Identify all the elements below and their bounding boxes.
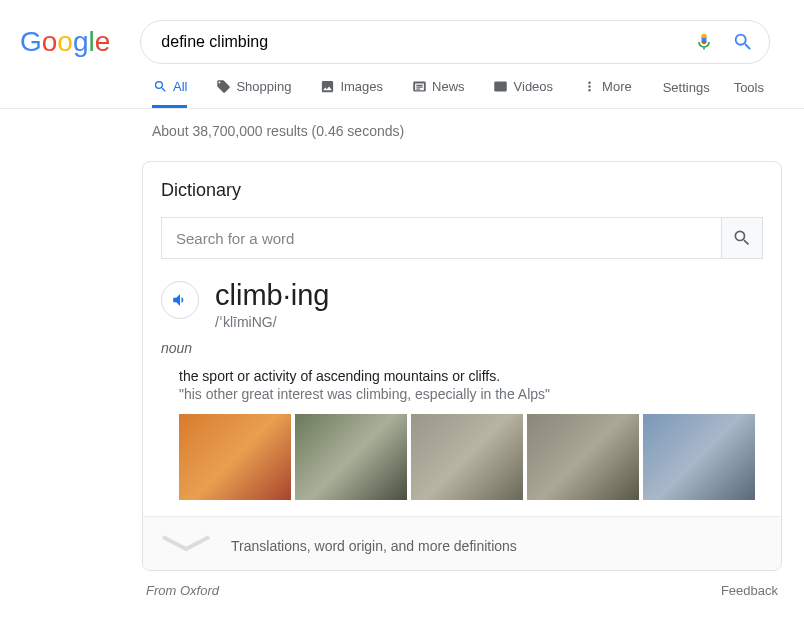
feedback-link[interactable]: Feedback <box>721 583 778 598</box>
result-stats: About 38,700,000 results (0.46 seconds) <box>0 109 804 139</box>
dictionary-card: Dictionary climb·ing /ˈklīmiNG/ noun the… <box>142 161 782 571</box>
pronunciation: /ˈklīmiNG/ <box>215 314 329 330</box>
definition: the sport or activity of ascending mount… <box>179 368 763 384</box>
search-icon <box>152 78 168 94</box>
source-link[interactable]: From Oxford <box>146 583 219 598</box>
tab-images[interactable]: Images <box>319 78 383 108</box>
search-bar <box>140 20 770 64</box>
search-icon[interactable] <box>732 31 754 53</box>
news-icon <box>411 78 427 94</box>
speaker-icon <box>171 291 189 309</box>
part-of-speech: noun <box>143 330 781 368</box>
tab-label: News <box>432 79 465 94</box>
tools-link[interactable]: Tools <box>734 80 764 95</box>
thumbnail[interactable] <box>527 414 639 500</box>
google-logo[interactable]: Google <box>20 26 110 58</box>
tab-videos[interactable]: Videos <box>493 78 554 108</box>
headword: climb·ing <box>215 279 329 312</box>
tag-icon <box>215 78 231 94</box>
expand-more[interactable]: Translations, word origin, and more defi… <box>143 516 781 570</box>
thumbnail[interactable] <box>179 414 291 500</box>
thumbnail[interactable] <box>295 414 407 500</box>
settings-link[interactable]: Settings <box>663 80 710 95</box>
search-input[interactable] <box>156 33 694 51</box>
tab-all[interactable]: All <box>152 78 187 108</box>
pronounce-button[interactable] <box>161 281 199 319</box>
mic-icon[interactable] <box>694 32 714 52</box>
dictionary-search-button[interactable] <box>721 217 763 259</box>
tab-label: Images <box>340 79 383 94</box>
tab-label: Videos <box>514 79 554 94</box>
tab-label: All <box>173 79 187 94</box>
dictionary-search-input[interactable] <box>161 217 721 259</box>
video-icon <box>493 78 509 94</box>
image-icon <box>319 78 335 94</box>
thumbnail[interactable] <box>411 414 523 500</box>
tab-news[interactable]: News <box>411 78 465 108</box>
expand-label: Translations, word origin, and more defi… <box>231 538 517 554</box>
more-icon <box>581 78 597 94</box>
tab-label: More <box>602 79 632 94</box>
tab-more[interactable]: More <box>581 78 632 108</box>
chevron-down-icon <box>161 535 211 556</box>
search-icon <box>732 228 752 248</box>
tab-shopping[interactable]: Shopping <box>215 78 291 108</box>
thumbnail[interactable] <box>643 414 755 500</box>
image-thumbnails <box>143 402 763 500</box>
tab-label: Shopping <box>236 79 291 94</box>
dictionary-title: Dictionary <box>143 180 781 217</box>
example-sentence: "his other great interest was climbing, … <box>179 386 763 402</box>
